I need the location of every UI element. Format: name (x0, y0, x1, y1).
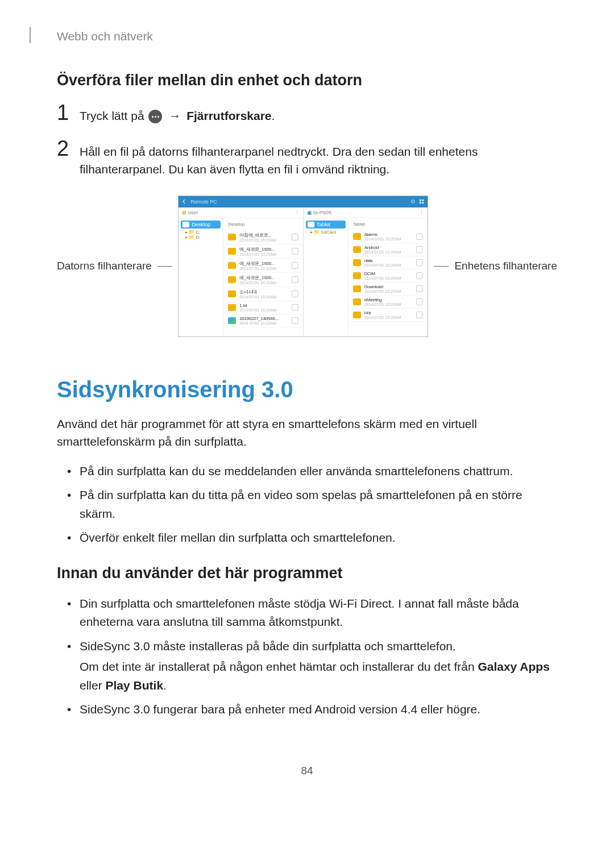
bullet-item: SideSync 3.0 fungerar bara på enheter me… (57, 700, 557, 719)
folder-icon (228, 290, 236, 297)
folder-icon (353, 259, 361, 266)
bullet-item: Din surfplatta och smarttelefonen måste … (57, 595, 557, 632)
figure-left-label: Datorns filhanterare (57, 260, 152, 272)
arrow-icon: → (169, 109, 181, 122)
folder-icon (228, 317, 236, 324)
step-2: 2 Håll en fil på datorns filhanterarpane… (57, 138, 557, 178)
svg-point-0 (412, 200, 414, 203)
app-titlebar: Remote PC (179, 196, 428, 207)
folder-icon (228, 234, 236, 240)
overflow-icon: ⋮ (419, 210, 424, 215)
sidebar-sub: ▸ 📁 C: (181, 230, 221, 235)
page-number: 84 (57, 765, 557, 777)
file-row: 에_새로운_1920...2014/07/01 10:20AM (225, 259, 301, 273)
checkbox-icon (416, 272, 423, 279)
svg-rect-3 (420, 202, 421, 203)
file-row: Alarms2014/07/01 10:20AM (350, 230, 426, 243)
file-row: Download2014/07/01 10:20AM (350, 283, 426, 296)
heading-sidesync: Sidsynkronisering 3.0 (57, 377, 557, 402)
checkbox-icon (292, 234, 298, 240)
sidebar-item: Desktop (181, 221, 221, 229)
checkbox-icon (292, 317, 298, 324)
step-number-2: 2 (57, 138, 80, 159)
step1-text-a: Tryck lätt på (80, 109, 144, 122)
checkbox-icon (292, 290, 298, 297)
file-row: 소녀시대2014/07/01 10:20AM (225, 287, 301, 301)
step1-bold: Fjärrutforskare (186, 109, 271, 122)
file-row: data2014/07/01 10:20AM (350, 256, 426, 269)
file-row: 에_새로운_1920...2014/07/01 10:20AM (225, 273, 301, 287)
titlebar-text: Remote PC (190, 199, 217, 205)
checkbox-icon (416, 298, 423, 305)
device-icon: ▣ (307, 210, 312, 215)
overflow-icon: ⋮ (294, 210, 300, 215)
folder-icon (228, 276, 236, 283)
page-header-mark: Webb och nätverk (30, 27, 557, 43)
checkbox-icon (416, 312, 423, 318)
folder-icon (353, 312, 361, 318)
callout-line-left (157, 266, 172, 267)
sidebar-item: Tablet (306, 221, 346, 229)
file-row: Android2014/07/01 10:20AM (350, 243, 426, 256)
more-options-icon (148, 110, 162, 123)
file-row: DCIM2014/07/01 10:20AM (350, 269, 426, 283)
checkbox-icon (416, 285, 423, 292)
folder-icon (353, 298, 361, 305)
bullet-item: Överför enkelt filer mellan din surfplat… (57, 529, 557, 547)
file-row: 20190227_140548...2014 07/01 10:20AM (225, 314, 301, 327)
header-category: Webb och nätverk (57, 30, 153, 43)
pc-pane: ✿ user ⋮ Desktop ▸ 📁 C: ▸ 📁 D: Desktop 아… (179, 207, 303, 337)
grid-icon (419, 199, 424, 204)
checkbox-icon (292, 304, 298, 311)
figure-right-label: Enhetens filhanterare (454, 260, 557, 272)
checkbox-icon (292, 248, 298, 255)
file-row: 아침에_새로운...2014/07/01 10:20AM (225, 230, 301, 244)
file-row: eMeeting2014/07/01 10:20AM (350, 296, 426, 309)
folder-icon (353, 246, 361, 253)
checkbox-icon (416, 259, 423, 266)
folder-icon (228, 248, 236, 255)
prereq-bullets: Din surfplatta och smarttelefonen måste … (57, 595, 557, 719)
section-title-transfer: Överföra filer mellan din enhet och dato… (57, 72, 557, 89)
bullet-item: På din surfplatta kan du titta på en vid… (57, 486, 557, 523)
step-1: 1 Tryck lätt på → Fjärrutforskare. (57, 102, 557, 125)
app-window-screenshot: Remote PC ✿ user ⋮ (178, 196, 428, 337)
checkbox-icon (416, 233, 423, 240)
refresh-icon (410, 199, 416, 204)
gear-icon: ✿ (182, 210, 186, 215)
device-pane: ▣ ta-P605 ⋮ Tablet ▸ 📁 SdCard Tablet Ala… (304, 207, 428, 337)
sidebar-sub: ▸ 📁 SdCard (306, 230, 346, 235)
file-row: 1.txt2014/07/01 10:20AM (225, 301, 301, 314)
folder-icon (228, 262, 236, 269)
folder-icon (353, 272, 361, 279)
figure-file-manager: Datorns filhanterare Remote PC (57, 196, 557, 337)
checkbox-icon (292, 276, 298, 283)
intro-text: Använd det här programmet för att styra … (57, 415, 557, 451)
folder-icon (353, 285, 361, 292)
svg-rect-4 (422, 202, 424, 203)
back-icon (182, 199, 187, 204)
checkbox-icon (292, 262, 298, 269)
bullet-item: SideSync 3.0 måste installeras på både d… (57, 637, 557, 695)
svg-rect-1 (420, 200, 421, 201)
subheading-before-use: Innan du använder det här programmet (57, 564, 557, 582)
folder-icon (228, 304, 236, 311)
sidebar-sub: ▸ 📁 D: (181, 235, 221, 240)
step2-text: Håll en fil på datorns filhanterarpanel … (80, 139, 557, 178)
step-number-1: 1 (57, 102, 80, 123)
checkbox-icon (416, 246, 423, 253)
folder-icon (353, 233, 361, 240)
file-row: 에_새로운_1920...2014/07/01 10:20AM (225, 244, 301, 259)
svg-rect-2 (422, 200, 424, 201)
bullet-item: På din surfplatta kan du se meddelanden … (57, 462, 557, 481)
feature-bullets: På din surfplatta kan du se meddelanden … (57, 462, 557, 547)
file-row: Hdr2014/07/01 10:20AM (350, 309, 426, 322)
callout-line-right (434, 266, 449, 267)
